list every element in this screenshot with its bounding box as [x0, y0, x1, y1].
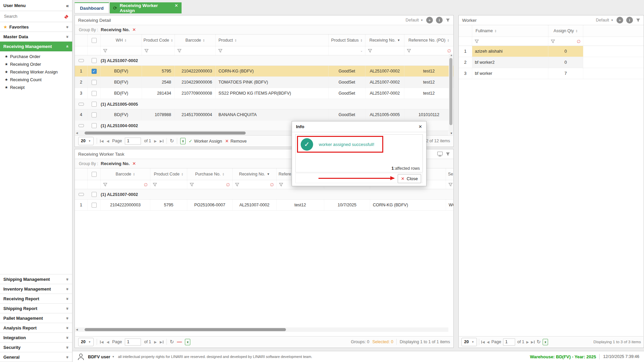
page-input[interactable]	[125, 339, 141, 346]
add-view-button[interactable]: +	[426, 17, 433, 23]
filter-purchase-no[interactable]: ∅	[187, 180, 233, 189]
sidebar-item-inventory-management[interactable]: Inventory Management»	[0, 284, 72, 294]
filter-barcode[interactable]: ∅	[101, 180, 150, 189]
funnel-icon[interactable]	[218, 49, 222, 53]
clear-filter-icon[interactable]: ∅	[447, 48, 451, 53]
horizontal-scrollbar[interactable]: ◀	[75, 327, 448, 332]
funnel-icon[interactable]	[103, 183, 107, 187]
table-row[interactable]: 2 BD(FV) 2548 2104229000006 TOMATOES PIN…	[75, 77, 453, 88]
view-selector[interactable]: Default▼	[596, 18, 613, 22]
col-header-product[interactable]: Product▲▼	[216, 35, 329, 46]
sidebar-item-receiving-count[interactable]: ★Receiving Count	[0, 76, 72, 84]
sidebar-item-general[interactable]: General»	[0, 352, 72, 362]
prev-page-button[interactable]: ◀	[107, 340, 109, 344]
group-row[interactable]: (3) AL251007-0002	[75, 55, 453, 66]
group-checkbox[interactable]	[88, 120, 101, 131]
filter-product-code[interactable]	[142, 46, 175, 55]
sidebar-item-favorites[interactable]: ★ Favorites »	[0, 22, 72, 32]
group-checkbox[interactable]	[88, 55, 101, 65]
refresh-icon[interactable]: ↻	[170, 339, 174, 345]
first-page-button[interactable]: ◀	[481, 340, 485, 344]
prev-page-button[interactable]: ◀	[107, 139, 109, 143]
table-row[interactable]: 3 BD(FV) 281434 2107709000008 SS22 PROMO…	[75, 88, 453, 99]
remove-group-by-icon[interactable]: ✕	[132, 161, 136, 166]
row-checkbox[interactable]	[88, 77, 101, 88]
export-excel-icon[interactable]: x	[543, 339, 548, 345]
checkbox[interactable]	[92, 123, 97, 128]
page-size-select[interactable]: 20▼	[78, 338, 94, 346]
filter-se[interactable]	[446, 180, 455, 189]
filter-receiving-no[interactable]	[365, 46, 404, 55]
funnel-icon[interactable]	[103, 49, 107, 53]
scroll-left-icon[interactable]: ◀	[75, 132, 79, 135]
row-checkbox[interactable]	[88, 88, 101, 99]
page-input[interactable]	[503, 339, 515, 346]
table-row[interactable]: 4 BD(FV) 1078988 2145170000004 BANANA CH…	[75, 109, 453, 120]
scrollbar-thumb[interactable]	[85, 328, 286, 331]
clear-search-icon[interactable]	[64, 14, 69, 19]
table-row[interactable]: 2 bf worker2 0	[459, 57, 644, 68]
group-checkbox[interactable]	[88, 189, 101, 199]
first-page-button[interactable]: ◀	[100, 340, 104, 344]
col-header-assign-qty[interactable]: Assign Qty▲▼	[548, 25, 583, 37]
view-selector[interactable]: Default▼	[405, 18, 423, 22]
col-header-reference-no[interactable]: Reference No. (PO)▲▼	[404, 35, 453, 46]
clear-filter-icon[interactable]: ∅	[226, 182, 230, 187]
sidebar-item-receiving-management[interactable]: Receiving Management «	[0, 42, 72, 51]
last-page-button[interactable]: ▶	[160, 340, 163, 344]
checkbox[interactable]	[92, 80, 97, 85]
sidebar-item-security[interactable]: Security»	[0, 343, 72, 352]
col-header-receiving-no[interactable]: Receiving No.▼	[365, 35, 404, 46]
funnel-icon[interactable]	[368, 49, 372, 53]
col-header-purchase-no[interactable]: Purchase No.▲▼	[187, 168, 233, 180]
prev-page-button[interactable]: ◀	[487, 340, 490, 344]
checkbox[interactable]	[92, 192, 97, 197]
collapse-group-icon[interactable]	[75, 55, 88, 65]
filter-receiving-no[interactable]: ∅	[233, 180, 277, 189]
funnel-icon[interactable]	[407, 49, 411, 53]
filter-product-status[interactable]: ⌄	[329, 46, 365, 55]
page-input[interactable]	[125, 138, 141, 145]
page-size-select[interactable]: 20▼	[461, 338, 477, 346]
close-button[interactable]: ✕ Close	[398, 174, 421, 183]
collapse-group-icon[interactable]	[75, 189, 88, 199]
clear-filter-icon[interactable]: ∅	[270, 182, 274, 187]
filter-barcode[interactable]	[175, 46, 216, 55]
filter-icon[interactable]	[446, 152, 450, 156]
col-header-wh[interactable]: WH▲▼	[101, 35, 142, 46]
col-header-barcode[interactable]: Barcode▲▼	[175, 35, 216, 46]
last-page-button[interactable]: ▶	[531, 340, 535, 344]
sidebar-item-shipping-management[interactable]: Shipping Management»	[0, 274, 72, 284]
sidebar-item-pallet-management[interactable]: Pallet Management»	[0, 313, 72, 323]
sidebar-item-master-data[interactable]: Master Data »	[0, 32, 72, 42]
funnel-icon[interactable]	[448, 183, 453, 187]
row-checkbox[interactable]: ✓	[88, 66, 101, 76]
filter-fullname[interactable]	[472, 37, 548, 46]
checkbox[interactable]	[92, 38, 97, 43]
next-page-button[interactable]: ▶	[154, 340, 157, 344]
funnel-icon[interactable]	[153, 183, 157, 187]
export-excel-icon[interactable]: x	[185, 339, 190, 345]
funnel-icon[interactable]	[177, 49, 182, 53]
checkbox[interactable]	[92, 112, 97, 117]
select-all-checkbox[interactable]	[88, 35, 101, 46]
sidebar-item-receiving-worker-assign[interactable]: ★Receiving Worker Assign	[0, 68, 72, 76]
collapse-group-icon[interactable]	[75, 99, 88, 109]
monitor-icon[interactable]	[437, 152, 443, 156]
footer-user-menu[interactable]: BDFV user ▼	[88, 354, 114, 359]
sidebar-item-purchase-order[interactable]: ★Purchase Order	[0, 53, 72, 60]
close-modal-icon[interactable]: ✕	[418, 124, 422, 129]
filter-wh[interactable]	[101, 46, 142, 55]
filter-product-code[interactable]	[150, 180, 187, 189]
info-button[interactable]: i	[436, 17, 443, 23]
table-row[interactable]: 3 bf worker 7	[459, 68, 644, 79]
checkbox[interactable]	[92, 91, 97, 96]
tab-receiving-worker-assign[interactable]: ⟳ Receiving Worker Assign ✕	[110, 2, 182, 13]
row-checkbox[interactable]	[88, 200, 101, 210]
checkbox[interactable]	[92, 102, 97, 107]
checkbox[interactable]	[92, 203, 97, 208]
worker-assign-button[interactable]: ✓Worker Assign	[189, 139, 222, 144]
row-checkbox[interactable]	[88, 109, 101, 120]
next-page-button[interactable]: ▶	[154, 139, 157, 143]
funnel-icon[interactable]	[144, 49, 149, 53]
